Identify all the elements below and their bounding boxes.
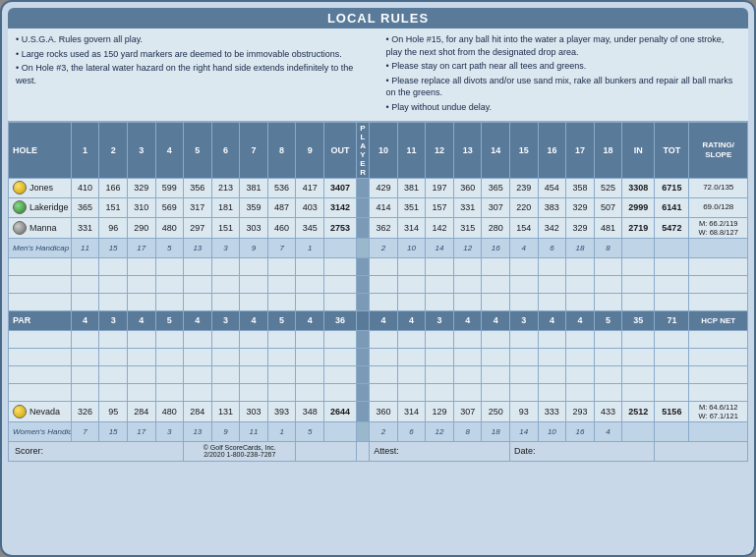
empty-row-3 <box>9 293 748 310</box>
jones-player-col <box>356 178 369 197</box>
empty-row-6 <box>9 365 748 383</box>
manna-s7: 303 <box>240 217 268 238</box>
col-1-header: 1 <box>71 122 99 178</box>
jones-s1: 410 <box>71 178 99 197</box>
lakeridge-s14: 307 <box>482 197 510 217</box>
lakeridge-s4: 569 <box>155 197 184 217</box>
manna-s6: 151 <box>211 217 240 238</box>
empty-row-2 <box>9 275 748 293</box>
scorer-label: Scorer: <box>15 446 43 456</box>
rule-2: • Large rocks used as 150 yard markers a… <box>16 48 371 61</box>
manna-s3: 290 <box>127 217 155 238</box>
nevada-name-cell: Nevada <box>9 401 72 421</box>
page-title: LOCAL RULES <box>327 11 429 26</box>
manna-ball-icon <box>13 221 27 235</box>
lakeridge-s5: 317 <box>184 197 212 217</box>
jones-s11: 381 <box>397 178 426 197</box>
rule-7: • Play without undue delay. <box>386 101 741 114</box>
col-out-header: OUT <box>323 122 356 178</box>
lakeridge-s7: 359 <box>240 197 268 217</box>
manna-s1: 331 <box>71 217 99 238</box>
mens-handicap-row: Men's Handicap 1115175133971 21014121646… <box>9 238 748 257</box>
attest-cell: Attest: <box>370 441 510 461</box>
lakeridge-s3: 310 <box>127 197 155 217</box>
copyright-cell: © Golf ScoreCards, Inc.2/2020 1-800-238-… <box>184 441 296 461</box>
jones-s9: 417 <box>296 178 324 197</box>
jones-rating: 72.0/135 <box>689 178 748 197</box>
nevada-row: Nevada 32695284480284131303393348 2644 3… <box>9 401 748 421</box>
manna-out: 2753 <box>323 217 356 238</box>
col-11-header: 11 <box>397 122 426 178</box>
col-3-header: 3 <box>127 122 155 178</box>
col-14-header: 14 <box>482 122 510 178</box>
jones-s18: 525 <box>594 178 622 197</box>
col-13-header: 13 <box>453 122 482 178</box>
date-label: Date: <box>514 446 536 456</box>
manna-name: Manna <box>29 223 57 233</box>
jones-name: Jones <box>29 183 53 193</box>
lakeridge-out: 3142 <box>323 197 356 217</box>
jones-s10: 429 <box>370 178 398 197</box>
manna-s8: 460 <box>267 217 296 238</box>
lakeridge-s18: 507 <box>594 197 622 217</box>
col-4-header: 4 <box>155 122 184 178</box>
col-6-header: 6 <box>211 122 240 178</box>
manna-s13: 315 <box>453 217 482 238</box>
womens-handicap-label: Women's Handicap <box>9 421 72 441</box>
col-hole-header: HOLE <box>9 122 72 178</box>
rules-right: • On Hole #15, for any ball hit into the… <box>386 33 741 116</box>
manna-s18: 481 <box>594 217 622 238</box>
rule-3: • On Hole #3, the lateral water hazard o… <box>16 62 371 86</box>
jones-s14: 365 <box>482 178 510 197</box>
jones-s16: 454 <box>538 178 566 197</box>
lakeridge-player-col <box>356 197 369 217</box>
rule-1: • U.S.G.A. Rules govern all play. <box>16 33 371 46</box>
col-5-header: 5 <box>184 122 212 178</box>
jones-s2: 166 <box>99 178 128 197</box>
jones-row: Jones 410 166 329 599 356 213 381 536 41… <box>9 178 748 197</box>
jones-s3: 329 <box>127 178 155 197</box>
empty-row-5 <box>9 348 748 365</box>
lakeridge-ball-icon <box>13 200 27 214</box>
jones-s17: 358 <box>566 178 595 197</box>
manna-in: 2719 <box>622 217 655 238</box>
rule-6: • Please replace all divots and/or use s… <box>386 75 741 99</box>
col-18-header: 18 <box>594 122 622 178</box>
rules-left: • U.S.G.A. Rules govern all play. • Larg… <box>16 33 371 116</box>
manna-s5: 297 <box>184 217 212 238</box>
manna-s4: 480 <box>155 217 184 238</box>
empty-row-1 <box>9 257 748 275</box>
empty-row-4 <box>9 330 748 348</box>
jones-s4: 599 <box>155 178 184 197</box>
lakeridge-s8: 487 <box>267 197 296 217</box>
date-cell: Date: <box>510 441 655 461</box>
lakeridge-rating: 69.0/128 <box>689 197 748 217</box>
col-10-header: 10 <box>370 122 398 178</box>
jones-s13: 360 <box>453 178 482 197</box>
manna-name-cell: Manna <box>9 217 72 238</box>
jones-s7: 381 <box>240 178 268 197</box>
manna-player-col <box>356 217 369 238</box>
lakeridge-s1: 365 <box>71 197 99 217</box>
lakeridge-s17: 329 <box>566 197 595 217</box>
manna-rating: M: 66.2/119W: 68.8/127 <box>689 217 748 238</box>
manna-s10: 362 <box>370 217 398 238</box>
par-label: PAR <box>9 310 72 330</box>
manna-tot: 5472 <box>655 217 689 238</box>
col-rating-header: RATING/SLOPE <box>689 122 748 178</box>
col-7-header: 7 <box>240 122 268 178</box>
col-player-header: PLAYER <box>356 122 369 178</box>
manna-s17: 329 <box>566 217 595 238</box>
rule-4: • On Hole #15, for any ball hit into the… <box>386 33 741 58</box>
jones-in: 3308 <box>622 178 655 197</box>
header-row: HOLE 1 2 3 4 5 6 7 8 9 OUT PLAYER 10 11 … <box>9 122 748 178</box>
lakeridge-s11: 351 <box>397 197 426 217</box>
col-in-header: IN <box>622 122 655 178</box>
jones-s8: 536 <box>267 178 296 197</box>
scorecard-table-section: HOLE 1 2 3 4 5 6 7 8 9 OUT PLAYER 10 11 … <box>8 122 748 549</box>
manna-s2: 96 <box>99 217 128 238</box>
col-2-header: 2 <box>99 122 128 178</box>
lakeridge-name: Lakeridge <box>29 202 69 212</box>
col-15-header: 15 <box>510 122 539 178</box>
nevada-name: Nevada <box>29 407 60 417</box>
